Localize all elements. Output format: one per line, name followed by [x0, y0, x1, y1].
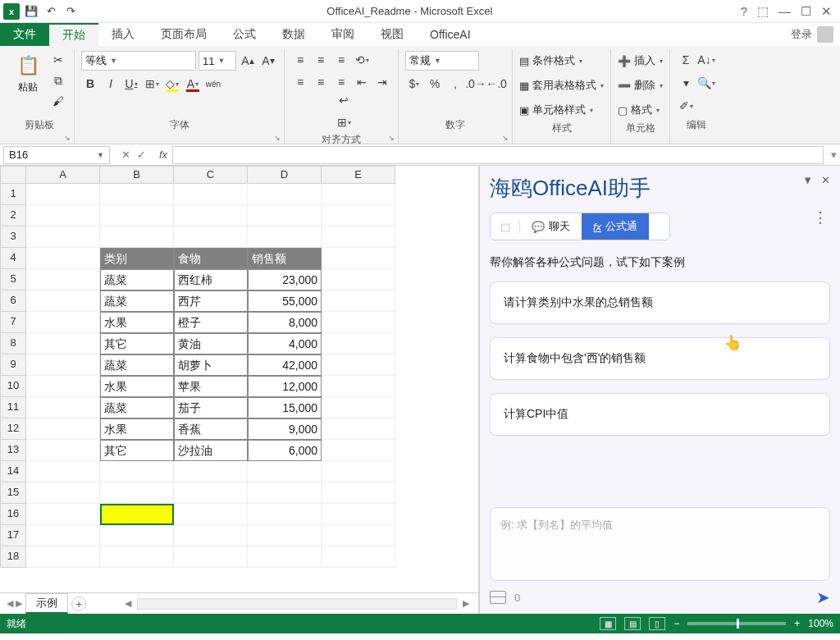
panel-close-icon[interactable]: ✕ [821, 174, 830, 186]
cell[interactable] [322, 333, 395, 354]
cell[interactable] [26, 525, 100, 546]
col-header[interactable]: E [322, 166, 395, 184]
orientation-icon[interactable]: ⟲▾ [353, 51, 371, 69]
sort-filter-icon[interactable]: A↓▾ [697, 51, 715, 69]
cell[interactable] [26, 482, 100, 504]
number-launcher-icon[interactable]: ↘ [502, 134, 509, 142]
cell[interactable] [100, 546, 174, 568]
cell[interactable] [322, 376, 395, 397]
cell[interactable]: 水果 [100, 418, 174, 440]
tab-file[interactable]: 文件 [0, 23, 49, 46]
tab-home[interactable]: 开始 [49, 23, 98, 46]
cut-icon[interactable]: ✂ [49, 51, 67, 69]
tab-layout[interactable]: 页面布局 [148, 23, 220, 46]
panel-input[interactable]: 例: 求【列名】的平均值 [490, 507, 830, 581]
cell[interactable] [174, 546, 248, 568]
cell[interactable]: 西芹 [174, 290, 248, 312]
suggestion-card[interactable]: 计算CPI中值 [490, 393, 830, 436]
fill-icon[interactable]: ▾ [677, 74, 695, 92]
italic-button[interactable]: I [102, 75, 120, 93]
cell[interactable] [26, 290, 100, 312]
redo-icon[interactable]: ↷ [62, 3, 79, 20]
cell[interactable] [248, 184, 322, 205]
row-header[interactable]: 16 [0, 504, 26, 525]
row-header[interactable]: 7 [0, 312, 26, 333]
cell[interactable]: 类别 [100, 248, 174, 269]
minimize-icon[interactable]: — [778, 4, 791, 19]
cell[interactable] [174, 461, 248, 482]
send-icon[interactable]: ➤ [816, 587, 830, 607]
select-all-corner[interactable] [0, 166, 26, 184]
col-header[interactable]: C [174, 166, 248, 184]
cell[interactable] [100, 482, 174, 504]
cell[interactable] [322, 184, 395, 205]
find-select-icon[interactable]: 🔍▾ [697, 74, 715, 92]
cell[interactable] [322, 418, 395, 440]
cell[interactable]: 15,000 [248, 397, 322, 418]
borders-icon[interactable]: ⊞▾ [143, 75, 161, 93]
align-left-icon[interactable]: ≡ [291, 73, 309, 91]
panel-kebab-icon[interactable]: ⋮ [813, 208, 827, 226]
cell[interactable]: 9,000 [248, 418, 322, 440]
cell[interactable] [26, 226, 100, 248]
copy-icon[interactable]: ⧉ [49, 71, 67, 89]
cell[interactable] [248, 504, 322, 525]
cell[interactable] [100, 184, 174, 205]
insert-cells-button[interactable]: ➕ 插入 ▾ [618, 51, 663, 71]
cell[interactable]: 胡萝卜 [174, 354, 248, 376]
format-as-table-button[interactable]: ▦ 套用表格格式 ▾ [519, 75, 604, 95]
cube-icon[interactable]: ⬚ [491, 221, 520, 233]
row-header[interactable]: 15 [0, 482, 26, 504]
cell[interactable]: 苹果 [174, 376, 248, 397]
col-header[interactable]: A [26, 166, 100, 184]
account-area[interactable]: 登录 [784, 23, 840, 46]
alignment-launcher-icon[interactable]: ↘ [388, 134, 395, 142]
cell[interactable] [100, 461, 174, 482]
view-normal-icon[interactable]: ▦ [600, 617, 616, 630]
underline-button[interactable]: U▾ [122, 75, 140, 93]
sheet-nav[interactable]: ◀ ▶ [7, 598, 22, 609]
tab-view[interactable]: 视图 [368, 23, 417, 46]
number-format-combo[interactable]: 常规▼ [405, 51, 479, 71]
tab-insert[interactable]: 插入 [98, 23, 148, 46]
bold-button[interactable]: B [81, 75, 99, 93]
cell[interactable]: 水果 [100, 312, 174, 333]
row-header[interactable]: 6 [0, 290, 26, 312]
phonetic-icon[interactable]: wén [204, 75, 222, 93]
cell[interactable] [26, 418, 100, 440]
cell[interactable]: 42,000 [248, 354, 322, 376]
panel-tab-chat[interactable]: 💬聊天 [520, 213, 582, 240]
cell[interactable] [26, 376, 100, 397]
tab-review[interactable]: 审阅 [318, 23, 368, 46]
cell[interactable]: 6,000 [248, 440, 322, 461]
cell[interactable] [248, 205, 322, 226]
enter-formula-icon[interactable]: ✓ [137, 149, 146, 161]
format-cells-button[interactable]: ▢ 格式 ▾ [618, 100, 660, 120]
row-header[interactable]: 5 [0, 269, 26, 290]
cell[interactable] [322, 354, 395, 376]
cell[interactable] [174, 226, 248, 248]
cell[interactable] [26, 461, 100, 482]
cell[interactable] [322, 269, 395, 290]
cell[interactable]: 沙拉油 [174, 440, 248, 461]
row-header[interactable]: 18 [0, 546, 26, 568]
currency-icon[interactable]: $▾ [405, 75, 423, 93]
cell[interactable]: 黄油 [174, 333, 248, 354]
autosum-icon[interactable]: Σ [677, 51, 695, 69]
zoom-in-icon[interactable]: + [794, 618, 800, 629]
expand-formula-bar-icon[interactable]: ▾ [827, 149, 840, 161]
clear-icon[interactable]: ✐▾ [677, 97, 695, 115]
paste-button[interactable]: 📋 粘贴 [11, 51, 44, 96]
cell[interactable] [322, 546, 395, 568]
panel-tab-formula[interactable]: fx公式通 [582, 213, 649, 240]
cell[interactable] [174, 482, 248, 504]
clipboard-launcher-icon[interactable]: ↘ [64, 134, 71, 142]
cell[interactable]: 23,000 [248, 269, 322, 290]
zoom-level[interactable]: 100% [808, 618, 833, 629]
cell[interactable] [26, 546, 100, 568]
row-header[interactable]: 9 [0, 354, 26, 376]
cell[interactable]: 食物 [174, 248, 248, 269]
cell[interactable] [322, 482, 395, 504]
row-header[interactable]: 11 [0, 397, 26, 418]
fill-color-icon[interactable]: ◇▾ [163, 75, 181, 93]
